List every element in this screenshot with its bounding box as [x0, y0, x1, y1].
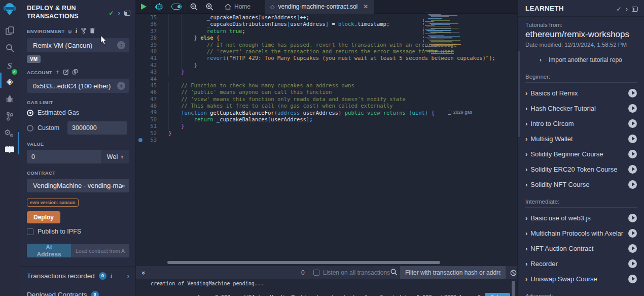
breakpoint-gutter[interactable] — [136, 76, 144, 82]
settings-button[interactable]: ⚙⚙ — [0, 125, 19, 140]
transactions-recorded-section[interactable]: Transactions recorded 0 i › — [19, 267, 135, 285]
code-line[interactable]: 51 } — [136, 123, 517, 129]
at-address-input[interactable] — [71, 244, 129, 257]
terminal-expand-button[interactable]: » — [136, 268, 146, 277]
start-tutorial-play-icon[interactable] — [628, 244, 637, 253]
git-button[interactable] — [0, 109, 19, 124]
learneth-pin-icon[interactable] — [632, 7, 638, 12]
tutorial-item[interactable]: ›Uniswap Swap Course — [525, 271, 637, 286]
add-account-icon[interactable]: + — [56, 69, 59, 76]
start-tutorial-play-icon[interactable] — [628, 214, 637, 222]
code-line[interactable]: 45 // Function to check how many cupcake… — [136, 82, 517, 89]
breakpoint-gutter[interactable] — [136, 35, 144, 41]
editor-minimap[interactable] — [423, 13, 468, 56]
transactions-info-icon[interactable]: i — [111, 272, 112, 280]
deploy-run-button[interactable]: ◈ — [0, 74, 19, 89]
edit-account-icon[interactable] — [63, 69, 69, 76]
code-line[interactable]: 52} — [136, 130, 517, 137]
start-tutorial-play-icon[interactable] — [628, 89, 637, 97]
breakpoint-gutter[interactable] — [136, 48, 144, 55]
tutorial-item[interactable]: ›Hash Checker Tutorial — [525, 101, 637, 116]
terminal-scrollbar[interactable] — [512, 281, 515, 296]
listen-checkbox[interactable] — [313, 270, 319, 276]
solidity-compiler-button[interactable]: S ✓ — [0, 58, 19, 74]
publish-ipfs-checkbox[interactable] — [27, 228, 33, 235]
delete-environments-icon[interactable] — [90, 28, 95, 35]
zoom-out-button[interactable] — [186, 3, 202, 11]
code-line[interactable]: 43 } — [136, 69, 517, 75]
start-tutorial-play-icon[interactable] — [628, 165, 637, 174]
code-line[interactable]: 47 // 'view' means this function only re… — [136, 96, 517, 103]
tutorial-item[interactable]: ›Basic use of web3.js — [525, 210, 637, 225]
code-line[interactable]: 44 — [136, 76, 517, 82]
tutorial-item[interactable]: ›Intro to Circom — [525, 116, 637, 131]
copy-account-icon[interactable] — [73, 69, 78, 76]
custom-gas-option[interactable]: Custom — [27, 121, 129, 135]
environment-select[interactable]: Remix VM (Cancun) ▲▼ — [27, 38, 129, 52]
breakpoint-gutter[interactable] — [136, 103, 144, 109]
start-tutorial-play-icon[interactable] — [628, 104, 637, 113]
value-unit-select[interactable]: Wei ▲▼ — [101, 150, 129, 163]
terminal-filter-input[interactable] — [400, 266, 506, 279]
debug-button[interactable]: Debug — [485, 293, 511, 296]
file-explorer-button[interactable] — [0, 23, 19, 38]
breakpoint-gutter[interactable] — [136, 69, 144, 75]
listen-all-transactions-option[interactable]: Listen on all transactions — [313, 269, 390, 276]
panel-collapse-icon[interactable]: › — [118, 9, 120, 17]
fork-state-icon[interactable] — [81, 28, 86, 35]
tutorial-item[interactable]: ›Multichain Protocols with Axelar — [525, 225, 637, 241]
contract-select[interactable]: VendingMachine - vending-machin ▲▼ — [27, 179, 129, 192]
code-line[interactable]: 48 // This makes it free to call (no gas… — [136, 103, 517, 109]
terminal-log[interactable]: creation of VendingMachine pending... fr… — [136, 279, 517, 296]
deploy-button[interactable]: Deploy — [27, 211, 60, 223]
search-button[interactable] — [0, 40, 19, 55]
breakpoint-gutter[interactable] — [136, 109, 144, 116]
breakpoint-gutter[interactable] — [136, 96, 144, 103]
custom-gas-radio[interactable] — [27, 125, 33, 131]
tutorial-item[interactable]: ›Solidity ERC20 Token Course — [525, 161, 637, 177]
start-tutorial-play-icon[interactable] — [628, 150, 637, 158]
start-tutorial-play-icon[interactable] — [628, 259, 637, 268]
breakpoint-gutter[interactable] — [136, 28, 144, 35]
breakpoint-dot[interactable] — [136, 137, 144, 143]
learneth-collapse-icon[interactable]: › — [626, 5, 628, 13]
breakpoint-gutter[interactable] — [136, 116, 144, 123]
estimated-gas-radio[interactable] — [27, 110, 33, 116]
file-tab-active[interactable]: ◇ vending-machine-contract.sol ✕ — [265, 0, 374, 14]
pin-panel-icon[interactable] — [124, 11, 130, 16]
custom-gas-input[interactable] — [67, 121, 127, 135]
breakpoint-gutter[interactable] — [136, 123, 144, 129]
account-select[interactable]: 0x5B3...eddC4 (100 ether) ▲▼ — [27, 79, 129, 93]
start-tutorial-play-icon[interactable] — [628, 229, 637, 238]
value-input[interactable] — [27, 150, 101, 163]
plug-icon[interactable]: ψ — [68, 28, 72, 34]
code-line[interactable]: 53 — [136, 137, 517, 143]
tutorial-item[interactable]: ›NFT Auction Contract — [525, 241, 637, 256]
breakpoint-gutter[interactable] — [136, 130, 144, 137]
code-line[interactable]: 46 // 'public' means anyone can call thi… — [136, 89, 517, 95]
breakpoint-gutter[interactable] — [136, 62, 144, 69]
at-address-button[interactable]: At Address — [27, 244, 71, 257]
ai-assistant-button[interactable] — [151, 3, 167, 11]
tutorial-item[interactable]: ›Solidity NFT Course — [525, 177, 637, 192]
home-tab[interactable]: Home — [218, 3, 258, 10]
breakpoint-gutter[interactable] — [136, 42, 144, 48]
import-tutorial-repo[interactable]: › Import another tutorial repo — [525, 48, 637, 63]
tutorial-item[interactable]: ›Basics of Remix — [525, 85, 637, 101]
tutorial-item[interactable]: ›Recorder — [525, 256, 637, 271]
close-tab-icon[interactable]: ✕ — [363, 3, 368, 10]
zoom-in-button[interactable] — [202, 3, 218, 11]
ai-copilot-toggle[interactable] — [167, 4, 186, 10]
clear-console-icon[interactable] — [510, 269, 517, 278]
breakpoint-gutter[interactable] — [136, 14, 144, 21]
run-script-button[interactable] — [136, 4, 151, 10]
editor-horizontal-scrollbar[interactable] — [167, 261, 440, 264]
code-line[interactable]: 50 return _cupcakeBalances[userAddress]; — [136, 116, 517, 123]
learneth-scrollbar[interactable] — [518, 51, 520, 137]
estimated-gas-option[interactable]: Estimated Gas — [27, 109, 129, 116]
environment-info-icon[interactable]: i — [76, 27, 78, 35]
tutorial-item[interactable]: ›Solidity Beginner Course — [525, 146, 637, 161]
start-tutorial-play-icon[interactable] — [628, 275, 637, 283]
transactions-expand-icon[interactable]: › — [127, 272, 129, 280]
tutorial-item[interactable]: ›Multisig Wallet — [525, 131, 637, 146]
